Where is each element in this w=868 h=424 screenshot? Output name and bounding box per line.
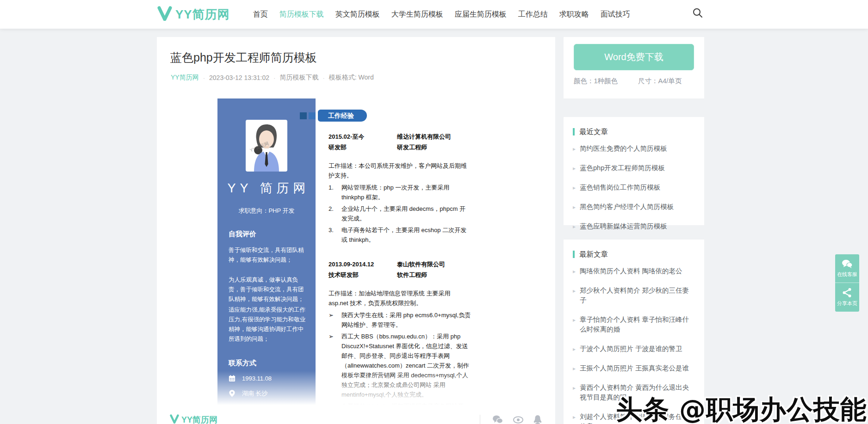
list-item[interactable]: 黑色简约客户经理个人简历模板 bbox=[573, 202, 695, 212]
calendar-icon bbox=[229, 375, 236, 382]
ribbon-square-dark bbox=[300, 112, 307, 119]
recent-articles-card: 最近文章 简约医生免费的个人简历模板 蓝色php开发工程师简历模板 蓝色销售岗位… bbox=[564, 117, 704, 225]
template-specs: 颜色：1种颜色 尺寸：A4/单页 bbox=[564, 77, 704, 86]
article-meta: YY简历网 · 2023-03-12 13:31:02 · 简历模板下载 · 模… bbox=[171, 74, 555, 82]
ribbon-square-light bbox=[309, 112, 316, 119]
location-icon bbox=[229, 390, 236, 397]
job-bullet: ➢陕西大学生在线：采用 php ecms6.0+mysql,负责网站维护、界管理… bbox=[329, 310, 471, 330]
meta-date: 2023-03-12 13:31:02 bbox=[209, 74, 269, 81]
nav-item-work-summary[interactable]: 工作总结 bbox=[518, 10, 548, 19]
footer-logo-text: YY简历网 bbox=[181, 414, 217, 424]
list-item[interactable]: 蓝色应聘新媒体运营简历模板 bbox=[573, 221, 695, 231]
contact-birthday: 1993.11.08 bbox=[242, 375, 272, 382]
list-item[interactable]: 简约医生免费的个人简历模板 bbox=[573, 144, 695, 154]
job-bullet: ➢西工大 BBS（bbs.nwpu.edu.cn）：采用 php DiscuzX… bbox=[329, 332, 471, 399]
list-item[interactable]: 蓝色销售岗位工作简历模板 bbox=[573, 183, 695, 192]
job-entry: 2013.09-2014.12 泰山软件有限公司 技术研发部 软件工程师 工作描… bbox=[329, 260, 471, 421]
list-item[interactable]: 刘超个人资料简介 刘超担任职务任免信息 bbox=[573, 412, 695, 424]
meta-category-link[interactable]: 简历模板下载 bbox=[279, 74, 318, 82]
article-card: 蓝色php开发工程师简历模板 YY简历网 · 2023-03-12 13:31:… bbox=[157, 37, 555, 424]
resume-left-column: YY简历网 YY 简历网 求职意向：PHP 开发 自我评价 善于倾听和交流，具有… bbox=[217, 98, 316, 415]
recent-articles-list: 简约医生免费的个人简历模板 蓝色php开发工程师简历模板 蓝色销售岗位工作简历模… bbox=[573, 144, 695, 231]
footer-logo[interactable]: YY简历网 bbox=[170, 414, 217, 424]
avatar: YY简历网 bbox=[246, 120, 287, 172]
nav-item-job-guide[interactable]: 求职攻略 bbox=[559, 10, 589, 19]
share-icon bbox=[842, 288, 852, 298]
meta-separator: · bbox=[322, 74, 324, 81]
nav-item-english-resume[interactable]: 英文简历模板 bbox=[335, 10, 380, 19]
page-title: 蓝色php开发工程师简历模板 bbox=[157, 37, 555, 65]
resume-objective: 求职意向：PHP 开发 bbox=[217, 207, 316, 215]
spec-size: 尺寸：A4/单页 bbox=[638, 77, 682, 86]
weibo-icon[interactable] bbox=[513, 415, 524, 424]
contact-row-location: 湖南 长沙 bbox=[229, 389, 316, 398]
article-footer: YY简历网 bbox=[157, 410, 555, 424]
logo-v-icon bbox=[170, 414, 179, 424]
nav-item-resume-download[interactable]: 简历模板下载 bbox=[279, 10, 324, 19]
latest-articles-list: 陶珞依简历个人资料 陶珞依的老公 郑少秋个人资料简介 郑少秋的三任妻子 章子怡简… bbox=[573, 266, 695, 424]
meta-separator: · bbox=[203, 74, 205, 81]
job-dept: 技术研发部 bbox=[329, 271, 397, 279]
meta-format: 模板格式: Word bbox=[329, 74, 374, 82]
nav-item-graduate-resume[interactable]: 应届生简历模板 bbox=[455, 10, 507, 19]
resume-work-section-ribbon: 工作经验 bbox=[300, 110, 471, 122]
recent-articles-heading: 最近文章 bbox=[573, 128, 695, 135]
list-item[interactable]: 陶珞依简历个人资料 陶珞依的老公 bbox=[573, 266, 695, 276]
share-page-label: 分享本页 bbox=[837, 300, 857, 307]
list-item[interactable]: 于波个人简历照片 于波是谁的警卫 bbox=[573, 344, 695, 354]
job-entry: 2015.02-至今 维达计算机有限公司 研发部 研发工程师 工作描述：本公司系… bbox=[329, 133, 471, 245]
online-service-label: 在线客服 bbox=[837, 271, 857, 278]
download-card: Word免费下载 颜色：1种颜色 尺寸：A4/单页 bbox=[564, 37, 704, 98]
job-role: 软件工程师 bbox=[397, 271, 471, 279]
job-role: 研发工程师 bbox=[397, 143, 471, 152]
job-description: 工作描述：加油站地理信息管理系统 主要采用 asp.net 技术，负责系统权限控… bbox=[329, 289, 471, 308]
resume-work-heading: 工作经验 bbox=[318, 110, 367, 122]
nav-item-home[interactable]: 首页 bbox=[253, 10, 268, 19]
chat-icon bbox=[842, 259, 853, 269]
self-eval-paragraph: 为人乐观真诚，做事认真负责，善于倾听和交流，具有团队精神，能够有效解决问题； bbox=[229, 275, 305, 304]
self-eval-paragraph: 适应能力强,能承受很大的工作压力,有很强的学习能力和敬业精神，能够沟通协调好工作… bbox=[229, 305, 305, 344]
job-company: 维达计算机有限公司 bbox=[397, 133, 471, 141]
job-bullet: 2.企业站几十个，主要采用 dedecms，phpcm 开发完成。 bbox=[329, 204, 471, 223]
latest-articles-card: 最新文章 陶珞依简历个人资料 陶珞依的老公 郑少秋个人资料简介 郑少秋的三任妻子… bbox=[564, 240, 704, 424]
meta-source-link[interactable]: YY简历网 bbox=[171, 74, 199, 82]
online-service-button[interactable]: 在线客服 bbox=[835, 254, 859, 283]
job-date: 2013.09-2014.12 bbox=[329, 260, 397, 269]
latest-articles-heading: 最新文章 bbox=[573, 251, 695, 258]
nav-item-college-resume[interactable]: 大学生简历模板 bbox=[391, 10, 443, 19]
main-nav: 首页 简历模板下载 英文简历模板 大学生简历模板 应届生简历模板 工作总结 求职… bbox=[253, 10, 630, 19]
resume-preview: YY简历网 YY 简历网 求职意向：PHP 开发 自我评价 善于倾听和交流，具有… bbox=[217, 98, 480, 415]
contact-location: 湖南 长沙 bbox=[242, 389, 268, 398]
nav-item-interview-tips[interactable]: 面试技巧 bbox=[601, 10, 630, 19]
footer-share-icons bbox=[480, 415, 542, 424]
floating-action-bar: 在线客服 分享本页 bbox=[835, 254, 859, 312]
site-header: YY简历网 首页 简历模板下载 英文简历模板 大学生简历模板 应届生简历模板 工… bbox=[0, 0, 868, 29]
contact-row-birthday: 1993.11.08 bbox=[229, 375, 316, 382]
resume-name: YY 简历网 bbox=[217, 180, 316, 197]
self-eval-paragraph: 善于倾听和交流，具有团队精神，能够有效解决问题； bbox=[229, 246, 305, 265]
word-download-button[interactable]: Word免费下载 bbox=[574, 44, 694, 70]
qq-icon[interactable] bbox=[533, 415, 542, 424]
list-item[interactable]: 蓝色php开发工程师简历模板 bbox=[573, 163, 695, 173]
wechat-icon[interactable] bbox=[492, 415, 503, 424]
footer-divider bbox=[480, 415, 480, 424]
resume-contact-heading: 联系方式 bbox=[229, 359, 304, 368]
share-page-button[interactable]: 分享本页 bbox=[835, 283, 859, 312]
resume-self-eval-heading: 自我评价 bbox=[229, 230, 304, 239]
list-item[interactable]: 郑少秋个人资料简介 郑少秋的三任妻子 bbox=[573, 286, 695, 305]
job-date: 2015.02-至今 bbox=[329, 133, 397, 141]
logo-text: YY简历网 bbox=[175, 6, 230, 23]
meta-separator: · bbox=[273, 74, 275, 81]
site-logo[interactable]: YY简历网 bbox=[157, 6, 230, 23]
search-icon[interactable] bbox=[692, 7, 705, 20]
list-item[interactable]: 王振个人简历照片 王振真实老公是谁 bbox=[573, 363, 695, 373]
job-company: 泰山软件有限公司 bbox=[397, 260, 471, 269]
list-item[interactable]: 黄西个人资料简介 黄西为什么退出央视节目是真的吗 bbox=[573, 383, 695, 402]
logo-v-icon bbox=[157, 6, 172, 23]
job-bullet: 3.电子商务站若干个，主要采用 ecshop 二次开发或 thinkph。 bbox=[329, 225, 471, 245]
job-dept: 研发部 bbox=[329, 143, 397, 152]
resume-right-column: 工作经验 2015.02-至今 维达计算机有限公司 研发部 研发工程师 工作描述… bbox=[316, 98, 480, 415]
spec-color: 颜色：1种颜色 bbox=[574, 77, 618, 86]
job-bullet: 1.网站管理系统：php 一次开发，主要采用 thinkphp 框架。 bbox=[329, 183, 471, 202]
list-item[interactable]: 章子怡简介个人资料 章子怡和汪峰什么时候离的婚 bbox=[573, 315, 695, 334]
